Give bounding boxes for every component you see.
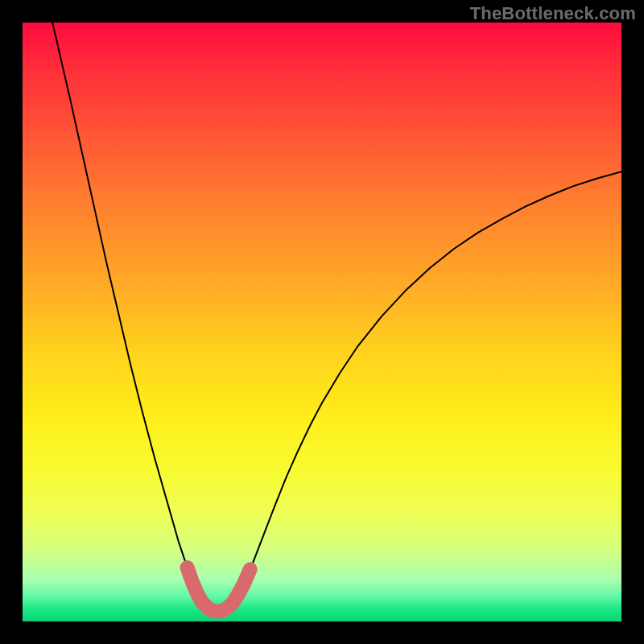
curve-line [52,23,621,614]
watermark-text: TheBottleneck.com [470,3,636,24]
highlight-line [188,568,250,611]
plot-area [23,23,621,621]
chart-svg [23,23,621,621]
